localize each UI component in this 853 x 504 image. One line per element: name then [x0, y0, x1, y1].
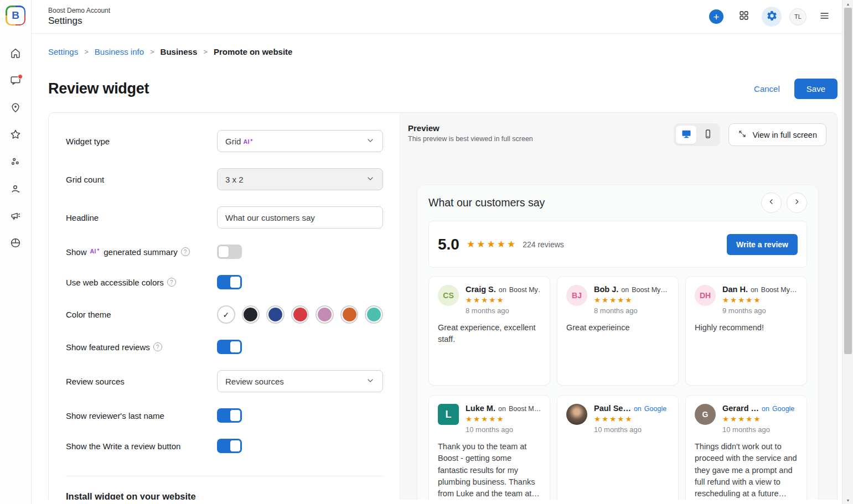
help-icon[interactable]: ?: [153, 342, 162, 351]
preview-titles: Preview This preview is best viewed in f…: [408, 123, 533, 143]
preview-panel: Preview This preview is best viewed in f…: [399, 113, 837, 500]
desktop-view-button[interactable]: [676, 126, 696, 144]
featured-reviews-label: Show featured reviews ?: [66, 342, 217, 352]
reviewer-name: Craig S.: [466, 285, 496, 294]
breadcrumb-business-info[interactable]: Business info: [95, 47, 144, 56]
scroll-down-arrow-icon[interactable]: ▼: [842, 496, 853, 504]
color-swatch[interactable]: [291, 305, 309, 324]
prev-button[interactable]: [761, 193, 782, 213]
widget-type-select[interactable]: Grid AI✦: [217, 130, 383, 152]
grid-count-select[interactable]: 3 x 2: [217, 168, 383, 190]
gear-icon: [766, 10, 778, 24]
write-review-button-label: Show the Write a review button: [66, 441, 217, 451]
user-avatar[interactable]: TL: [789, 8, 807, 25]
plus-icon: +: [709, 9, 723, 24]
headline-label: Headline: [66, 213, 217, 222]
topbar-actions: + TL: [706, 7, 834, 27]
reviewer-avatar: L: [438, 404, 459, 425]
boost-logo[interactable]: B: [6, 6, 25, 25]
color-swatch[interactable]: [316, 305, 334, 324]
settings-button[interactable]: [762, 7, 782, 27]
color-theme-swatches: ✓: [217, 305, 383, 324]
review-date: 8 months ago: [466, 306, 541, 315]
write-review-toggle[interactable]: [217, 439, 242, 453]
grid-count-label: Grid count: [66, 175, 217, 184]
breadcrumb: Settings > Business info > Business > Pr…: [48, 47, 838, 56]
review-date: 10 months ago: [594, 425, 666, 434]
ai-badge-icon: AI✦: [90, 248, 101, 254]
mobile-icon: [702, 128, 714, 142]
review-date: 8 months ago: [594, 306, 668, 315]
rating-value: 5.0: [438, 236, 459, 253]
ai-summary-toggle[interactable]: [217, 245, 242, 259]
scroll-up-arrow-icon[interactable]: ▲: [842, 0, 853, 8]
sidebar-item-campaigns[interactable]: [6, 207, 25, 227]
review-stars: ★★★★★: [722, 295, 797, 304]
boost-logo-letter: B: [7, 7, 24, 24]
accessible-colors-toggle[interactable]: [217, 275, 242, 289]
menu-button[interactable]: [814, 7, 834, 27]
cancel-button[interactable]: Cancel: [754, 84, 780, 93]
review-sources-label: Review sources: [66, 377, 217, 386]
create-button[interactable]: +: [706, 7, 726, 27]
mobile-view-button[interactable]: [697, 126, 718, 144]
toggle-knob: [218, 246, 229, 258]
apps-grid-button[interactable]: [734, 7, 754, 27]
review-source: Boost My…: [761, 286, 797, 294]
preview-controls: View in full screen: [674, 123, 826, 146]
featured-reviews-row: Show featured reviews ?: [66, 340, 383, 354]
sidebar-item-locations[interactable]: [6, 98, 25, 118]
help-icon[interactable]: ?: [167, 278, 176, 287]
reviewer-name: Luke M.: [466, 404, 495, 413]
color-swatch[interactable]: [266, 305, 285, 324]
review-sources-row: Review sources Review sources: [66, 370, 383, 392]
scrollbar-thumb[interactable]: [844, 8, 852, 354]
view-fullscreen-button[interactable]: View in full screen: [728, 123, 826, 146]
app-window: B: [0, 0, 853, 504]
breadcrumb-business: Business: [161, 47, 198, 56]
help-icon[interactable]: ?: [181, 247, 190, 256]
review-sources-select[interactable]: Review sources: [217, 370, 383, 392]
widget-type-label: Widget type: [66, 137, 217, 146]
toggle-knob: [230, 440, 241, 452]
ai-badge-icon: AI✦: [244, 138, 254, 145]
contacts-icon: [9, 183, 22, 197]
grid-count-row: Grid count 3 x 2: [66, 168, 383, 190]
header-page-title: Settings: [48, 15, 110, 27]
sidebar-item-contacts[interactable]: [6, 180, 25, 200]
last-name-toggle[interactable]: [217, 408, 242, 423]
headline-input[interactable]: [217, 206, 383, 228]
color-swatch-selected[interactable]: ✓: [217, 305, 235, 324]
chevron-down-icon: [366, 174, 375, 185]
reviewer-name: Paul Se…: [594, 404, 631, 413]
main-area: Boost Demo Account Settings + TL: [32, 0, 853, 504]
breadcrumb-separator: >: [150, 48, 154, 56]
featured-reviews-toggle[interactable]: [217, 340, 242, 354]
install-title: Install widget on your website: [66, 491, 383, 500]
sidebar-item-messages[interactable]: [6, 71, 25, 91]
review-source: Google: [772, 405, 794, 413]
sidebar-item-home[interactable]: [6, 44, 25, 64]
color-swatch[interactable]: [365, 305, 383, 324]
color-swatch[interactable]: [340, 305, 359, 324]
widget-headline: What our customers say: [428, 196, 545, 209]
sidebar-item-network[interactable]: [6, 153, 25, 173]
breadcrumb-settings[interactable]: Settings: [48, 47, 78, 56]
rating-summary: 5.0 ★★★★★ 224 reviews Write a review: [428, 221, 807, 268]
next-button[interactable]: [787, 193, 807, 213]
sidebar-item-insights[interactable]: [6, 234, 25, 254]
sidebar-item-reviews[interactable]: [6, 126, 25, 146]
review-stars: ★★★★★: [722, 414, 794, 423]
review-text: Things didn't work out to proceed with t…: [695, 441, 798, 500]
page-scrollbar[interactable]: ▲ ▼: [842, 0, 853, 504]
breadcrumb-separator: >: [203, 48, 208, 56]
color-swatch[interactable]: [242, 305, 260, 324]
widget-settings-form: Widget type Grid AI✦ Grid count: [49, 113, 399, 500]
save-button[interactable]: Save: [794, 79, 838, 99]
preview-header: Preview This preview is best viewed in f…: [408, 123, 826, 146]
color-theme-row: Color theme ✓: [66, 305, 383, 324]
review-card: Paul Se… on Google ★★★★★ 10 months ago: [557, 395, 679, 500]
write-review-button[interactable]: Write a review: [727, 234, 798, 255]
last-name-row: Show reviewer's last name: [66, 408, 383, 423]
view-fullscreen-label: View in full screen: [752, 131, 817, 139]
